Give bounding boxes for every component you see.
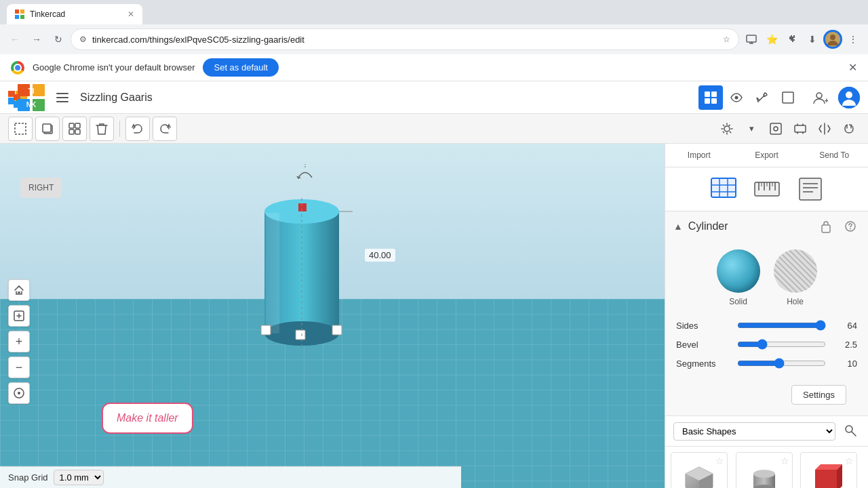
viewport[interactable]: RIGHT [0,144,665,488]
send-to-button[interactable]: Send To [800,144,868,167]
svg-rect-28 [43,124,51,132]
project-name: Sizzling Gaaris [80,92,153,104]
solid-option[interactable]: Solid [717,249,760,306]
hint-text: Make it taller [117,412,178,424]
svg-rect-14 [56,97,68,98]
lock-shape-button[interactable] [816,217,835,236]
svg-rect-8 [33,84,45,96]
notification-close-icon[interactable]: ✕ [848,61,857,74]
notification-bar: Google Chrome isn't your default browser… [0,54,868,81]
add-person-button[interactable]: + [808,85,833,110]
zoom-out-button[interactable]: − [8,357,30,378]
import-button[interactable]: Import [665,144,733,167]
magnet-button[interactable] [838,118,860,140]
redo-button[interactable] [153,117,177,141]
svg-point-25 [846,92,852,98]
eye-button[interactable] [724,85,749,110]
hamburger-menu-button[interactable] [50,85,75,110]
segments-slider[interactable] [737,358,826,369]
set-default-button[interactable]: Set as default [203,58,279,77]
notes-panel-button[interactable] [791,173,829,205]
hole-option[interactable]: Hole [774,249,817,306]
secure-icon: ⚙ [79,35,87,44]
light-dropdown-button[interactable]: ▾ [741,118,762,140]
snap-grid-select[interactable]: 1.0 mm 0.5 mm 2.0 mm [54,470,104,485]
screen-share-icon[interactable] [742,30,761,49]
reload-button[interactable]: ↻ [49,30,68,49]
svg-rect-4 [747,35,756,42]
group-button[interactable] [62,117,87,141]
svg-point-22 [816,93,822,98]
shapes-grid: ☆ [665,447,868,488]
viewport-right-label: RIGHT [20,178,62,198]
extension-icon[interactable] [783,30,802,49]
tab-close-icon[interactable]: ✕ [127,9,134,19]
header-icons-group [698,85,800,110]
svg-rect-34 [770,123,781,134]
panel-collapse-button[interactable]: ▲ [673,221,683,232]
svg-text:TI: TI [28,87,35,95]
view-toggle-button[interactable] [765,118,787,140]
svg-rect-16 [705,92,710,97]
chrome-menu-icon[interactable]: ⋮ [844,30,863,49]
active-tab[interactable]: Tinkercad ✕ [7,4,142,24]
zoom-in-button[interactable]: + [8,331,30,352]
shape-panel-title: Cylinder [688,220,811,232]
solid-label: Solid [729,297,747,306]
svg-rect-1 [20,9,24,14]
library-category-select[interactable]: Basic Shapes Text Featured [673,422,835,441]
compass-button[interactable] [8,382,30,404]
svg-rect-43 [266,213,279,333]
export-button[interactable]: Export [733,144,801,167]
shape-star-box[interactable]: ☆ [715,455,724,466]
profile-avatar[interactable] [823,30,842,49]
forward-button[interactable]: → [27,30,46,49]
shape-item-box[interactable]: ☆ [671,452,728,488]
back-button[interactable]: ← [5,30,24,49]
svg-rect-15 [56,101,68,102]
app-header: TI NK Sizzling Gaaris [0,81,868,114]
shape-parameters: Sides 64 Bevel 2.5 Segments 10 [665,314,868,382]
shape-type-options: Solid Hole [665,241,868,314]
svg-rect-31 [69,129,74,134]
svg-rect-32 [75,129,80,134]
help-shape-button[interactable] [841,217,860,236]
shape-item-cylinder-lib[interactable]: ☆ [736,452,793,488]
copy-button[interactable] [35,117,60,141]
mirror-button[interactable] [814,118,835,140]
zoom-fit-button[interactable] [8,305,30,327]
bevel-slider[interactable] [737,339,826,350]
library-search-button[interactable] [841,422,860,441]
box-button[interactable] [776,85,800,110]
delete-button[interactable] [90,117,114,141]
tools-button[interactable] [750,85,774,110]
frame-button[interactable] [789,118,811,140]
measurement-label: 40.00 [365,249,395,262]
select-all-button[interactable] [8,117,33,141]
svg-rect-29 [69,123,74,128]
home-view-button[interactable] [8,279,30,301]
settings-row: Settings [665,382,868,415]
svg-rect-80 [815,470,837,488]
sides-slider[interactable] [737,320,826,331]
bookmark-star-icon[interactable]: ☆ [723,35,730,44]
svg-line-73 [852,432,856,436]
address-bar[interactable]: ⚙ tinkercad.com/things/exlPqveSC05-sizzl… [71,28,739,50]
tab-favicon [15,9,24,19]
bookmark-icon[interactable]: ⭐ [762,30,781,49]
user-avatar[interactable] [838,87,860,108]
svg-rect-30 [75,123,80,128]
shape-star-cube[interactable]: ☆ [845,455,854,466]
download-icon[interactable]: ⬇ [803,30,822,49]
shape-item-cube[interactable]: ☆ [800,452,857,488]
svg-rect-44 [298,203,307,211]
grid-view-button[interactable] [698,85,723,110]
svg-rect-26 [15,123,26,134]
undo-button[interactable] [125,117,150,141]
shapes-library: Basic Shapes Text Featured ☆ [665,416,868,488]
settings-button[interactable]: Settings [791,385,846,405]
ruler-panel-button[interactable] [748,173,786,205]
light-toggle-button[interactable] [716,118,738,140]
shape-star-cyl[interactable]: ☆ [781,455,789,466]
grid-panel-button[interactable] [705,173,743,205]
